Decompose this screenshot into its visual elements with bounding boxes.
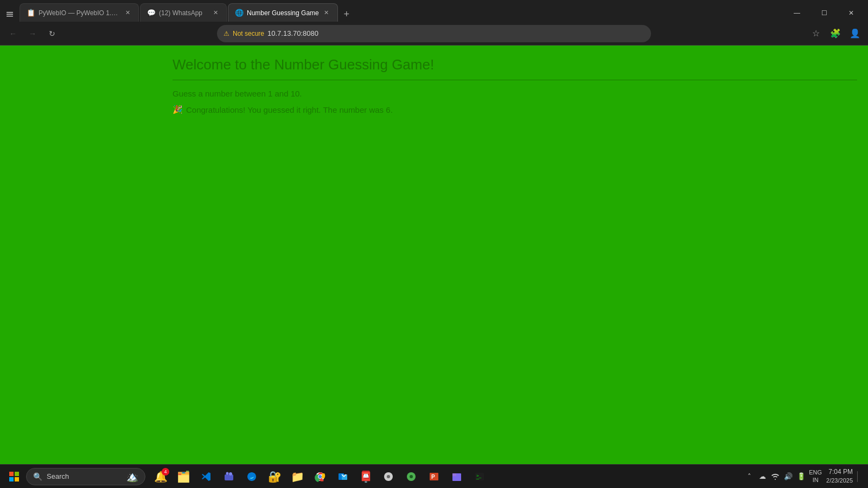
taskbar-search[interactable]: 🔍 Search 🏔️ [26,468,145,485]
tab-pywebio-close[interactable]: ✕ [123,9,132,17]
taskbar-app-teams[interactable] [218,466,240,487]
tab-bar: 📋 PyWebIO — PyWebIO 1.8.3 doc... ✕ 💬 (12… [0,0,868,22]
tab-list-button[interactable] [2,7,17,22]
tab-bar-right: — ☐ ✕ [780,4,868,22]
game-instruction: Guess a number between 1 and 10. [173,89,857,98]
tab-pywebio-label: PyWebIO — PyWebIO 1.8.3 doc... [39,9,120,17]
game-container: Welcome to the Number Guessing Game! Gue… [0,46,868,125]
page-content: Welcome to the Number Guessing Game! Gue… [0,46,868,464]
taskbar-app-outlook2[interactable]: 📮 [355,466,376,487]
clock-date: 2/23/2025 [826,477,853,485]
security-label: Not secure [233,30,264,37]
svg-rect-4 [15,472,19,476]
maximize-button[interactable]: ☐ [812,4,837,22]
address-bar-right: ☆ 🧩 👤 [807,25,864,42]
svg-rect-21 [452,473,456,476]
svg-point-15 [387,475,390,478]
result-emoji: 🎉 [173,105,183,114]
tab-number-guessing-label: Number Guessing Game [247,9,319,17]
game-result: 🎉 Congratulations! You guessed it right.… [173,105,857,114]
reload-button[interactable]: ↻ [43,25,61,42]
wifi-icon[interactable] [770,471,781,482]
profile-button[interactable]: 👤 [846,25,864,42]
tab-whatsapp-icon: 💬 [147,9,156,17]
svg-rect-1 [7,14,13,15]
svg-rect-3 [9,472,14,476]
mountain-icon: 🏔️ [126,471,138,483]
cloud-icon[interactable]: ☁ [757,471,768,482]
taskbar-app-chrome2[interactable] [378,466,399,487]
bookmark-button[interactable]: ☆ [807,25,825,42]
battery-icon[interactable]: 🔋 [796,471,807,482]
svg-rect-7 [225,474,233,480]
tab-number-guessing[interactable]: 🌐 Number Guessing Game ✕ [228,3,338,22]
svg-rect-0 [7,12,13,13]
taskbar-app-notifications[interactable]: 🔔 4 [150,466,171,487]
minimize-button[interactable]: — [784,4,809,22]
taskbar-app-explorer2[interactable] [446,466,468,487]
result-text: Congratulations! You guessed it right. T… [186,105,393,114]
taskbar-app-file-explorer[interactable]: 🗂️ [173,466,194,487]
search-icon: 🔍 [33,472,42,481]
notification-badge: 4 [162,468,169,476]
back-button[interactable]: ← [4,25,22,42]
taskbar-right: ˄ ☁ 🔊 🔋 ENG IN 7:04 PM 2/23/2025 [739,467,866,485]
taskbar-app-credential[interactable]: 🔐 [264,466,285,487]
tab-whatsapp[interactable]: 💬 (12) WhatsApp ✕ [140,3,227,22]
tab-pywebio-icon: 📋 [27,9,35,17]
browser-chrome: 📋 PyWebIO — PyWebIO 1.8.3 doc... ✕ 💬 (12… [0,0,868,46]
svg-text:>_: >_ [476,473,482,478]
close-button[interactable]: ✕ [839,4,864,22]
taskbar-app-outlook[interactable] [332,466,354,487]
taskbar-app-edge[interactable] [241,466,263,487]
taskbar-app-powerpoint[interactable]: P [423,466,445,487]
tab-number-guessing-close[interactable]: ✕ [322,9,331,17]
taskbar-app-terminal[interactable]: _ >_ [469,466,490,487]
svg-point-11 [318,475,322,478]
taskbar-app-chrome[interactable] [309,466,331,487]
tab-number-guessing-icon: 🌐 [235,9,244,17]
security-icon: ⚠ [224,30,229,37]
show-desktop-button[interactable] [857,471,861,482]
svg-text:P: P [431,474,435,480]
start-button[interactable] [2,465,26,489]
taskbar: 🔍 Search 🏔️ 🔔 4 🗂️ 🔐 [0,464,868,488]
taskbar-app-vscode[interactable] [195,466,217,487]
volume-icon[interactable]: 🔊 [783,471,794,482]
taskbar-app-chrome3[interactable] [400,466,422,487]
systray: ˄ ☁ 🔊 🔋 ENG IN [744,469,822,483]
tab-whatsapp-close[interactable]: ✕ [211,9,220,17]
language-selector[interactable]: ENG IN [809,469,822,483]
chevron-icon[interactable]: ˄ [744,471,755,482]
address-bar: ← → ↻ ⚠ Not secure 10.7.13.70:8080 ☆ 🧩 👤 [0,22,868,46]
taskbar-apps: 🔔 4 🗂️ 🔐 📁 [150,466,490,487]
svg-rect-2 [7,16,13,17]
svg-rect-6 [15,477,19,481]
tab-whatsapp-label: (12) WhatsApp [159,9,208,17]
url-text: 10.7.13.70:8080 [267,29,318,37]
tab-pywebio[interactable]: 📋 PyWebIO — PyWebIO 1.8.3 doc... ✕ [20,3,139,22]
game-title: Welcome to the Number Guessing Game! [173,56,857,80]
svg-point-8 [229,472,232,476]
language-code: ENG [809,469,822,476]
taskbar-app-files[interactable]: 📁 [286,466,308,487]
svg-rect-5 [9,477,14,481]
svg-point-17 [410,475,413,478]
search-label: Search [47,472,69,480]
svg-point-9 [226,472,229,474]
new-tab-button[interactable]: + [339,7,354,22]
language-region: IN [813,477,819,484]
clock[interactable]: 7:04 PM 2/23/2025 [826,467,853,485]
tab-bar-left [0,7,20,22]
extensions-button[interactable]: 🧩 [827,25,844,42]
forward-button[interactable]: → [24,25,41,42]
url-bar[interactable]: ⚠ Not secure 10.7.13.70:8080 [217,25,651,42]
clock-time: 7:04 PM [826,467,853,477]
